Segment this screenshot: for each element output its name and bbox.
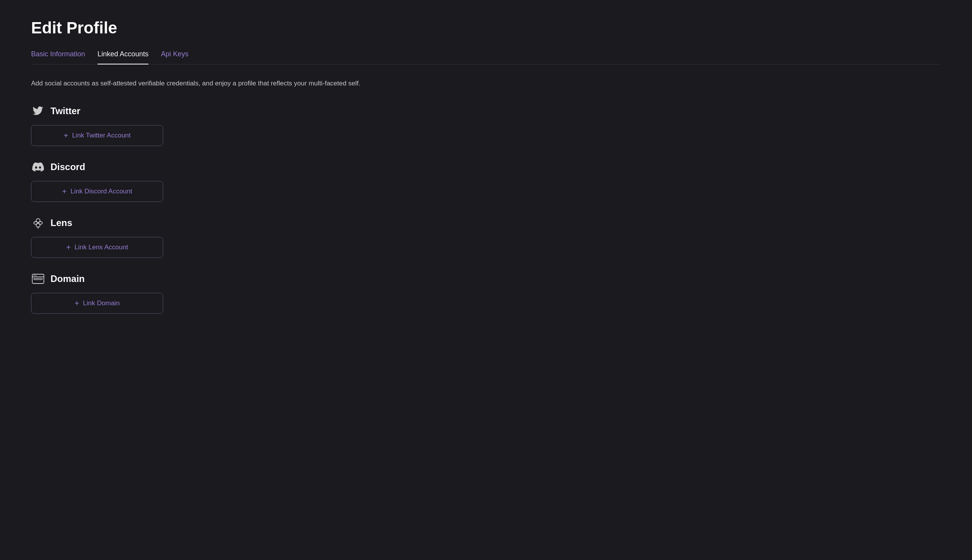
plus-icon: +	[66, 243, 71, 251]
domain-header: Domain	[31, 272, 941, 286]
domain-section: Domain + Link Domain	[31, 272, 941, 314]
twitter-name: Twitter	[51, 106, 80, 117]
page-description: Add social accounts as self-attested ver…	[31, 78, 941, 89]
twitter-section: Twitter + Link Twitter Account	[31, 104, 941, 146]
lens-icon	[31, 216, 45, 230]
link-lens-button[interactable]: + Link Lens Account	[31, 237, 163, 258]
link-twitter-label: Link Twitter Account	[72, 132, 131, 139]
tab-linked-accounts[interactable]: Linked Accounts	[98, 50, 148, 64]
twitter-icon	[31, 104, 45, 118]
domain-name: Domain	[51, 273, 85, 284]
twitter-header: Twitter	[31, 104, 941, 118]
discord-header: Discord	[31, 160, 941, 174]
link-lens-label: Link Lens Account	[75, 243, 128, 251]
discord-name: Discord	[51, 162, 85, 172]
svg-point-8	[35, 275, 36, 276]
discord-icon	[31, 160, 45, 174]
link-twitter-button[interactable]: + Link Twitter Account	[31, 125, 163, 146]
link-domain-label: Link Domain	[83, 299, 120, 307]
link-discord-label: Link Discord Account	[70, 188, 132, 195]
tabs-nav: Basic Information Linked Accounts Api Ke…	[31, 50, 941, 64]
plus-icon: +	[62, 188, 67, 195]
svg-point-2	[34, 221, 38, 224]
tab-api-keys[interactable]: Api Keys	[161, 50, 188, 64]
svg-point-3	[38, 221, 42, 224]
lens-section: Lens + Link Lens Account	[31, 216, 941, 258]
link-domain-button[interactable]: + Link Domain	[31, 293, 163, 314]
tab-basic-information[interactable]: Basic Information	[31, 50, 85, 64]
svg-rect-9	[34, 278, 42, 280]
page-title: Edit Profile	[31, 19, 941, 37]
domain-icon	[31, 272, 45, 286]
lens-header: Lens	[31, 216, 941, 230]
plus-icon: +	[75, 299, 79, 307]
discord-section: Discord + Link Discord Account	[31, 160, 941, 202]
svg-point-7	[34, 275, 35, 276]
plus-icon: +	[64, 132, 68, 139]
link-discord-button[interactable]: + Link Discord Account	[31, 181, 163, 202]
lens-name: Lens	[51, 217, 72, 228]
